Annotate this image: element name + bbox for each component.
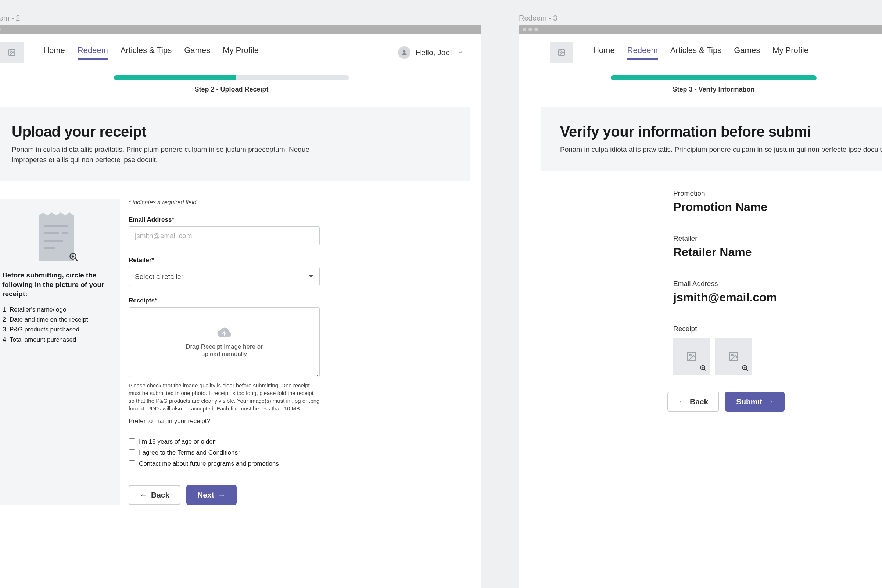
image-placeholder-icon	[558, 48, 566, 57]
promotion-field: Promotion Promotion Name	[673, 189, 882, 214]
brand-logo[interactable]	[550, 42, 573, 63]
window-titlebar	[519, 25, 882, 34]
image-placeholder-icon	[686, 351, 697, 362]
nav-profile[interactable]: My Profile	[772, 46, 808, 60]
email-field[interactable]	[129, 226, 320, 246]
page-subtitle: Ponam in culpa idiota aliis pravitatis. …	[12, 144, 342, 165]
frame-redeem-2: Redeem - 2 Home Redeem Articles & Tips G…	[0, 14, 482, 588]
upload-form: * indicates a required field Email Addre…	[129, 199, 320, 505]
email-label: Email Address*	[129, 216, 320, 224]
dropzone-text: Drag Receipt Image here or upload manual…	[184, 343, 265, 358]
progress-bar	[114, 75, 349, 81]
svg-line-23	[746, 369, 748, 371]
nav-links: Home Redeem Articles & Tips Games My Pro…	[44, 46, 259, 60]
retailer-field: Retailer Retailer Name	[673, 234, 882, 259]
svg-rect-3	[45, 225, 68, 227]
avatar-icon	[398, 46, 411, 59]
progress-step-label: Step 2 - Upload Receipt	[0, 86, 482, 93]
terms-checkbox[interactable]	[129, 450, 135, 456]
contact-checkbox[interactable]	[129, 460, 135, 467]
chevron-down-icon	[457, 50, 463, 56]
nav-redeem[interactable]: Redeem	[627, 46, 658, 60]
arrow-right-icon: →	[218, 490, 226, 500]
tip-item: Date and time on the receipt	[9, 315, 110, 324]
tip-item: Total amount purchased	[9, 335, 110, 345]
brand-logo[interactable]	[0, 42, 24, 63]
terms-checkbox-label: I agree to the Terms and Conditions*	[139, 449, 240, 456]
progress-fill	[611, 75, 817, 81]
tip-item: Retailer's name/logo	[9, 304, 110, 315]
upload-fine-print: Please check that the image quality is c…	[129, 381, 320, 412]
zoom-in-icon	[700, 364, 707, 372]
nav-home[interactable]: Home	[593, 46, 615, 60]
submit-button[interactable]: Submit →	[725, 392, 784, 412]
svg-rect-7	[45, 247, 56, 249]
nav-articles[interactable]: Articles & Tips	[120, 46, 172, 60]
arrow-right-icon: →	[766, 397, 774, 406]
receipt-icon	[36, 212, 76, 261]
svg-point-15	[689, 354, 691, 356]
contact-checkbox-label: Contact me about future programs and pro…	[139, 460, 279, 468]
hero-panel: Verify your information before submi Pon…	[541, 107, 882, 171]
svg-line-9	[75, 259, 78, 261]
tips-list: Retailer's name/logo Date and time on th…	[2, 304, 110, 345]
retailer-label: Retailer*	[129, 256, 320, 264]
zoom-in-icon	[742, 364, 749, 372]
nav-profile[interactable]: My Profile	[223, 46, 259, 60]
svg-point-21	[731, 354, 733, 356]
receipt-tips-card: Before submitting, circle the following …	[0, 199, 120, 505]
receipt-thumbnail[interactable]	[715, 338, 752, 375]
receipt-field: Receipt	[673, 325, 882, 375]
age-checkbox-label: I'm 18 years of age or older*	[139, 438, 217, 446]
user-menu[interactable]: Hello, Joe!	[398, 46, 463, 59]
top-nav: Home Redeem Articles & Tips Games My Pro…	[519, 34, 882, 69]
retailer-select[interactable]: Select a retailer	[129, 267, 320, 286]
user-greeting: Hello, Joe!	[416, 48, 452, 57]
image-placeholder-icon	[8, 48, 16, 57]
progress-fill	[114, 75, 236, 81]
next-button[interactable]: Next →	[186, 485, 237, 505]
top-nav: Home Redeem Articles & Tips Games My Pro…	[0, 34, 482, 69]
nav-redeem[interactable]: Redeem	[78, 46, 108, 60]
email-field-summary: Email Address jsmith@email.com	[673, 280, 882, 304]
svg-point-1	[10, 51, 11, 52]
image-placeholder-icon	[728, 351, 739, 362]
verify-summary: Promotion Promotion Name Retailer Retail…	[519, 189, 882, 375]
svg-point-13	[560, 51, 561, 52]
receipts-label: Receipts*	[129, 297, 320, 304]
tip-item: P&G products purchased	[9, 324, 110, 334]
nav-articles[interactable]: Articles & Tips	[670, 46, 722, 60]
back-button[interactable]: ← Back	[129, 485, 180, 505]
nav-games[interactable]: Games	[734, 46, 760, 60]
hero-panel: Upload your receipt Ponam in culpa idiot…	[0, 107, 470, 181]
progress-step-label: Step 3 - Verify Information	[519, 86, 882, 93]
arrow-left-icon: ←	[140, 490, 147, 500]
page-subtitle: Ponam in culpa idiota aliis pravitatis. …	[560, 144, 882, 155]
tips-heading: Before submitting, circle the following …	[2, 270, 110, 299]
nav-links: Home Redeem Articles & Tips Games My Pro…	[593, 46, 808, 60]
frame-redeem-3: Redeem - 3 Home Redeem Articles & Tips G…	[519, 14, 882, 588]
back-button[interactable]: ← Back	[668, 392, 719, 412]
age-checkbox[interactable]	[129, 438, 135, 445]
svg-rect-5	[62, 232, 68, 234]
required-note: * indicates a required field	[129, 199, 320, 206]
svg-line-17	[705, 369, 706, 371]
receipt-dropzone[interactable]: Drag Receipt Image here or upload manual…	[129, 307, 320, 377]
frame-label: Redeem - 2	[0, 14, 482, 22]
cloud-upload-icon	[216, 326, 232, 340]
zoom-in-icon	[69, 252, 79, 262]
page-title: Upload your receipt	[12, 123, 451, 140]
svg-rect-6	[45, 240, 63, 242]
nav-games[interactable]: Games	[184, 46, 210, 60]
progress-bar	[611, 75, 817, 81]
page-title: Verify your information before submi	[560, 123, 882, 140]
nav-home[interactable]: Home	[44, 46, 65, 60]
mail-receipt-link[interactable]: Prefer to mail in your receipt?	[129, 417, 210, 426]
arrow-left-icon: ←	[678, 397, 686, 406]
receipt-thumbnail[interactable]	[673, 338, 710, 375]
window-titlebar	[0, 25, 482, 34]
svg-point-2	[403, 50, 405, 52]
svg-rect-4	[45, 232, 59, 234]
frame-label: Redeem - 3	[519, 14, 882, 22]
